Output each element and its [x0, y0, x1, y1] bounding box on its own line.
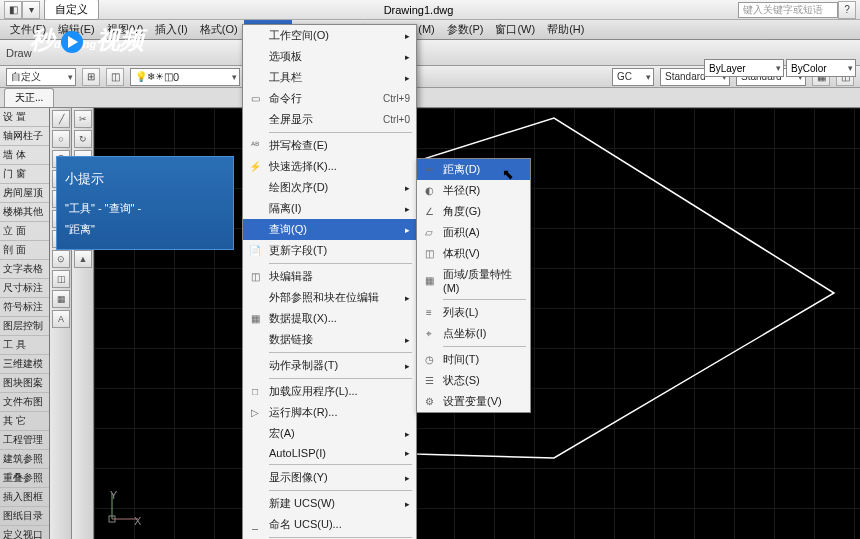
tool-icon[interactable]: ▦ — [52, 290, 70, 308]
tool-icon[interactable]: ╱ — [52, 110, 70, 128]
menu-item[interactable]: ☰状态(S) — [417, 370, 530, 391]
menu-item-label: 运行脚本(R)... — [269, 405, 337, 420]
tool-icon[interactable]: ◫ — [52, 270, 70, 288]
left-item[interactable]: 符号标注 — [0, 298, 49, 317]
left-item[interactable]: 建筑参照 — [0, 450, 49, 469]
bylayer-combo[interactable]: ByLayer — [704, 59, 784, 77]
left-item[interactable]: 文件布图 — [0, 393, 49, 412]
menu-item-label: 动作录制器(T) — [269, 358, 338, 373]
left-item[interactable]: 文字表格 — [0, 260, 49, 279]
menu-item[interactable]: 全屏显示Ctrl+0 — [243, 109, 416, 130]
tool-icon[interactable]: ↻ — [74, 130, 92, 148]
left-item[interactable]: 楼梯其他 — [0, 203, 49, 222]
menu-item[interactable]: ▭命令行Ctrl+9 — [243, 88, 416, 109]
tool-icon[interactable]: ⊙ — [52, 250, 70, 268]
tool-icon[interactable]: A — [52, 310, 70, 328]
menu-separator — [269, 378, 412, 379]
left-item[interactable]: 三维建模 — [0, 355, 49, 374]
gc-combo[interactable]: GC — [612, 68, 654, 86]
menu-item-label: 查询(Q) — [269, 222, 307, 237]
menu-11[interactable]: 帮助(H) — [541, 20, 590, 39]
menu-item[interactable]: ≡列表(L) — [417, 302, 530, 323]
menu-item[interactable]: ᴬᴮ拼写检查(E) — [243, 135, 416, 156]
left-item[interactable]: 墙 体 — [0, 146, 49, 165]
tb-icon[interactable]: ◫ — [106, 68, 124, 86]
menu-item[interactable]: AutoLISP(I)▸ — [243, 444, 416, 462]
menu-item[interactable]: 查询(Q)▸ — [243, 219, 416, 240]
menu-item[interactable]: ═距离(D) — [417, 159, 530, 180]
left-item[interactable]: 图层控制 — [0, 317, 49, 336]
left-item[interactable]: 其 它 — [0, 412, 49, 431]
bycolor-combo[interactable]: ByColor — [786, 59, 856, 77]
menu-10[interactable]: 窗口(W) — [489, 20, 541, 39]
menu-item[interactable]: 工作空间(O)▸ — [243, 25, 416, 46]
menu-0[interactable]: 文件(F) — [4, 20, 52, 39]
menu-3[interactable]: 插入(I) — [149, 20, 193, 39]
left-item[interactable]: 工程管理 — [0, 431, 49, 450]
submenu-arrow-icon: ▸ — [405, 225, 410, 235]
left-item[interactable]: 插入图框 — [0, 488, 49, 507]
menu-item-label: 设置变量(V) — [443, 394, 502, 409]
menu-item[interactable]: 数据链接▸ — [243, 329, 416, 350]
menu-2[interactable]: 视图(V) — [101, 20, 150, 39]
menu-item[interactable]: ◫体积(V) — [417, 243, 530, 264]
tool-icon[interactable]: ▲ — [74, 250, 92, 268]
menu-item[interactable]: □加载应用程序(L)... — [243, 381, 416, 402]
search-input[interactable]: 键入关键字或短语 — [738, 2, 838, 18]
menu-item[interactable]: 工具栏▸ — [243, 67, 416, 88]
left-item[interactable]: 轴网柱子 — [0, 127, 49, 146]
app-icon[interactable]: ◧ — [4, 1, 22, 19]
menu-item[interactable]: 动作录制器(T)▸ — [243, 355, 416, 376]
menu-1[interactable]: 编辑(E) — [52, 20, 101, 39]
left-item[interactable]: 剖 面 — [0, 241, 49, 260]
help-icon[interactable]: ? — [838, 1, 856, 19]
left-item[interactable]: 图纸目录 — [0, 507, 49, 526]
layer-combo[interactable]: 自定义 — [6, 68, 76, 86]
menu-item[interactable]: 隔离(I)▸ — [243, 198, 416, 219]
workspace-tab[interactable]: 自定义 — [44, 0, 99, 20]
menu-item-icon: ▱ — [421, 225, 437, 241]
menu-9[interactable]: 参数(P) — [441, 20, 490, 39]
menu-item[interactable]: 显示图像(Y)▸ — [243, 467, 416, 488]
left-item[interactable]: 图块图案 — [0, 374, 49, 393]
left-item[interactable]: 门 窗 — [0, 165, 49, 184]
menu-item[interactable]: 外部参照和块在位编辑▸ — [243, 287, 416, 308]
menu-item[interactable]: ◷时间(T) — [417, 349, 530, 370]
menu-item[interactable]: 选项板▸ — [243, 46, 416, 67]
left-item[interactable]: 工 具 — [0, 336, 49, 355]
left-item[interactable]: 房间屋顶 — [0, 184, 49, 203]
menu-4[interactable]: 格式(O) — [194, 20, 244, 39]
menu-item[interactable]: ◫块编辑器 — [243, 266, 416, 287]
qat-btn[interactable]: ▾ — [22, 1, 40, 19]
left-item[interactable]: 定义视口 — [0, 526, 49, 539]
menu-item[interactable]: ⎯命名 UCS(U)... — [243, 514, 416, 535]
menu-item[interactable]: ⚡快速选择(K)... — [243, 156, 416, 177]
menu-item[interactable]: 📄更新字段(T) — [243, 240, 416, 261]
submenu-arrow-icon: ▸ — [405, 183, 410, 193]
menu-item[interactable]: ▷运行脚本(R)... — [243, 402, 416, 423]
menu-item[interactable]: ▦面域/质量特性(M) — [417, 264, 530, 297]
menu-item[interactable]: ▦数据提取(X)... — [243, 308, 416, 329]
menu-item[interactable]: ◐半径(R) — [417, 180, 530, 201]
menu-item[interactable]: ⌖点坐标(I) — [417, 323, 530, 344]
left-item[interactable]: 立 面 — [0, 222, 49, 241]
tool-icon[interactable]: ✂ — [74, 110, 92, 128]
menu-item-icon: ▦ — [421, 273, 437, 289]
menu-item[interactable]: 绘图次序(D)▸ — [243, 177, 416, 198]
left-item[interactable]: 重叠参照 — [0, 469, 49, 488]
menu-item[interactable]: 宏(A)▸ — [243, 423, 416, 444]
menu-item[interactable]: ⚙设置变量(V) — [417, 391, 530, 412]
tb-icon[interactable]: ⊞ — [82, 68, 100, 86]
left-item[interactable]: 尺寸标注 — [0, 279, 49, 298]
menu-separator — [269, 263, 412, 264]
panel-tab[interactable]: 天正... — [4, 88, 54, 107]
tool-icon[interactable]: ○ — [52, 130, 70, 148]
hint-title: 小提示 — [65, 167, 225, 192]
menu-item[interactable]: ∠角度(G) — [417, 201, 530, 222]
menu-item[interactable]: 新建 UCS(W)▸ — [243, 493, 416, 514]
menu-item[interactable]: ▱面积(A) — [417, 222, 530, 243]
menu-item-icon: ☰ — [421, 373, 437, 389]
left-item[interactable]: 设 置 — [0, 108, 49, 127]
layer-state-combo[interactable]: 💡❄☀◫ 0 — [130, 68, 240, 86]
menu-item-label: 选项板 — [269, 49, 302, 64]
